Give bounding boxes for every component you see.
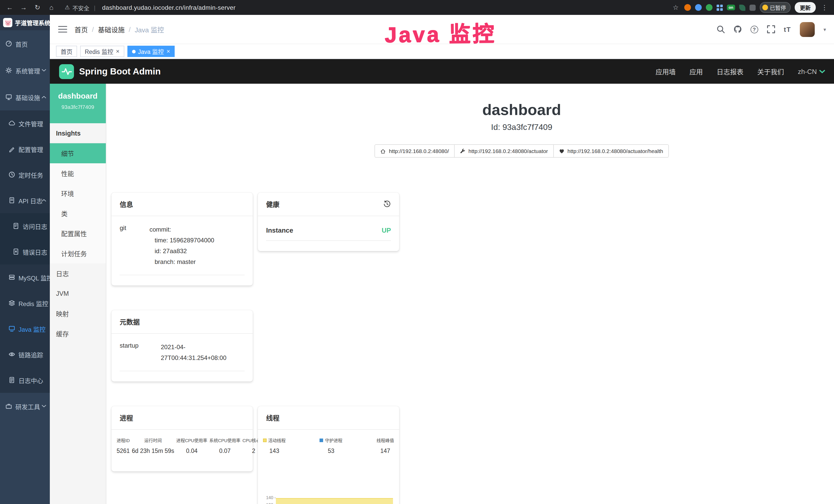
- live-threads-area: [276, 498, 393, 504]
- extension-leaf-icon[interactable]: [739, 4, 745, 10]
- stat-live-threads: 活动线程 143: [262, 437, 287, 454]
- instance-menu-jvm[interactable]: JVM: [50, 283, 106, 303]
- sba-nav-about[interactable]: 关于我们: [757, 67, 784, 76]
- health-url-button[interactable]: http://192.168.0.2:48080/actuator/health: [553, 144, 668, 158]
- sidebar-item-label: Java 监控: [19, 324, 45, 333]
- sidebar-item-file-management[interactable]: 文件管理: [0, 110, 50, 136]
- fullscreen-icon[interactable]: [767, 25, 775, 33]
- instance-menu-mappings[interactable]: 映射: [50, 303, 106, 323]
- cloud-icon: [8, 120, 16, 127]
- startup-label: startup: [120, 342, 161, 364]
- tab-label: Java 监控: [138, 47, 164, 55]
- sidebar-item-error-logs[interactable]: 错误日志: [0, 239, 50, 265]
- startup-row: startup 2021-04-27T00:44:31.254+08:00: [120, 338, 244, 371]
- extensions-puzzle-icon[interactable]: [749, 4, 755, 10]
- instance-header[interactable]: dashboard 93a3fc7f7409: [50, 84, 106, 123]
- git-branch-line: branch: master: [150, 257, 244, 268]
- sidebar-item-system[interactable]: 系统管理: [0, 57, 50, 84]
- app-logo[interactable]: 芋道管理系统: [0, 15, 50, 30]
- threads-chart: 140 120 100: [260, 468, 394, 504]
- sba-nav-applications[interactable]: 应用: [689, 67, 703, 76]
- instance-menu-performance[interactable]: 性能: [50, 163, 106, 183]
- tab-home[interactable]: 首页: [56, 46, 77, 57]
- instance-links: http://192.168.0.2:48080/ http://192.168…: [374, 144, 668, 158]
- sidebar-item-scheduled-jobs[interactable]: 定时任务: [0, 162, 50, 187]
- user-avatar[interactable]: [800, 22, 815, 37]
- git-time-line: time: 1596289704000: [150, 235, 244, 246]
- search-icon[interactable]: [716, 25, 725, 33]
- tab-redis-monitor[interactable]: Redis 监控 ×: [80, 46, 124, 57]
- browser-menu-icon[interactable]: ⋮: [820, 4, 829, 11]
- sba-nav: 应用墙 应用 日志报表 关于我们 zh-CN: [656, 67, 825, 76]
- font-size-icon[interactable]: tT: [784, 25, 791, 33]
- back-icon[interactable]: ←: [5, 4, 14, 11]
- tab-close-icon[interactable]: ×: [167, 48, 170, 54]
- browser-home-icon[interactable]: ⌂: [47, 4, 56, 11]
- monitor-icon: [5, 93, 12, 101]
- security-chip[interactable]: ⚠ 不安全 |: [65, 3, 97, 12]
- tab-label: 首页: [61, 47, 72, 55]
- access-log-icon: [12, 222, 20, 230]
- spring-boot-admin-logo-icon: [59, 64, 74, 79]
- sidebar-item-redis-monitor[interactable]: Redis 监控: [0, 290, 50, 316]
- pig-logo-icon: [3, 18, 12, 27]
- instance-content: dashboard Id: 93a3fc7f7409 http://192.16…: [106, 84, 834, 504]
- actuator-url-button[interactable]: http://192.168.0.2:48080/actuator: [454, 144, 553, 158]
- sidebar-item-label: 错误日志: [23, 247, 47, 256]
- service-url-button[interactable]: http://192.168.0.2:48080/: [374, 144, 455, 158]
- tab-close-icon[interactable]: ×: [116, 48, 119, 54]
- instance-menu-config-props[interactable]: 配置属性: [50, 223, 106, 244]
- sidebar-item-mysql-monitor[interactable]: MySQL 监控: [0, 265, 50, 290]
- sba-locale-select[interactable]: zh-CN: [798, 68, 825, 75]
- sidebar-item-log-center[interactable]: 日志中心: [0, 367, 50, 393]
- sidebar-item-java-monitor[interactable]: Java 监控: [0, 316, 50, 342]
- update-button[interactable]: 更新: [795, 2, 816, 13]
- active-dot-icon: [132, 49, 135, 53]
- extension-orange-icon[interactable]: [684, 4, 691, 11]
- threads-card-title: 线程: [258, 406, 399, 430]
- security-label: 不安全: [72, 3, 89, 12]
- extension-blue-icon[interactable]: [695, 4, 702, 11]
- sidebar-item-access-logs[interactable]: 访问日志: [0, 213, 50, 239]
- stat-uptime: 运行时间 6d 23h 15m 59s: [131, 437, 175, 454]
- breadcrumb-home[interactable]: 首页: [74, 24, 88, 34]
- extension-on-badge[interactable]: on: [727, 5, 735, 10]
- actuator-url: http://192.168.0.2:48080/actuator: [468, 148, 548, 154]
- sidebar-item-api-logs[interactable]: API 日志: [0, 187, 50, 213]
- instance-menu-classes[interactable]: 类: [50, 203, 106, 223]
- sba-brand-title: Spring Boot Admin: [79, 66, 161, 77]
- stat-daemon-threads: 守护进程 53: [319, 437, 344, 454]
- sidebar-item-infrastructure[interactable]: 基础设施: [0, 84, 50, 110]
- history-icon[interactable]: [383, 200, 391, 208]
- breadcrumb-infrastructure[interactable]: 基础设施: [98, 24, 125, 34]
- profile-paused-badge[interactable]: 已暂停: [760, 2, 791, 13]
- sidebar-item-home[interactable]: 首页: [0, 30, 50, 57]
- bookmark-star-icon[interactable]: ☆: [671, 4, 680, 11]
- sidebar-item-dev-tools[interactable]: 研发工具: [0, 393, 50, 419]
- sidebar-item-label: 首页: [16, 39, 28, 48]
- sba-nav-journal[interactable]: 日志报表: [717, 67, 743, 76]
- help-icon[interactable]: ?: [750, 25, 758, 33]
- instance-menu-scheduled-tasks[interactable]: 计划任务: [50, 244, 106, 264]
- info-card-title: 信息: [111, 192, 253, 216]
- instance-menu-logs[interactable]: 日志: [50, 264, 106, 283]
- instance-menu-environment[interactable]: 环境: [50, 183, 106, 203]
- instance-menu-details[interactable]: 细节: [50, 143, 106, 163]
- instance-menu-caches[interactable]: 缓存: [50, 323, 106, 344]
- warning-icon: ⚠: [65, 4, 70, 11]
- forward-icon[interactable]: →: [19, 4, 28, 11]
- extension-grid-icon[interactable]: [717, 4, 723, 10]
- sidebar-item-label: 日志中心: [19, 375, 43, 384]
- reload-icon[interactable]: ↻: [33, 4, 42, 11]
- sidebar-item-label: 定时任务: [19, 170, 43, 179]
- extension-green-icon[interactable]: [706, 4, 713, 11]
- github-icon[interactable]: [733, 25, 742, 33]
- tab-java-monitor[interactable]: Java 监控 ×: [127, 46, 175, 57]
- sidebar-item-trace[interactable]: 链路追踪: [0, 342, 50, 367]
- sidebar-item-config-management[interactable]: 配置管理: [0, 136, 50, 162]
- avatar-caret-icon[interactable]: ▾: [824, 26, 826, 32]
- sba-nav-wall[interactable]: 应用墙: [656, 67, 676, 76]
- process-card: 进程 进程ID 5261 运行时间 6d 23h 15m 59: [111, 406, 253, 472]
- hamburger-icon[interactable]: [58, 26, 67, 33]
- address-bar[interactable]: dashboard.yudao.iocoder.cn/infra/admin-s…: [102, 4, 236, 11]
